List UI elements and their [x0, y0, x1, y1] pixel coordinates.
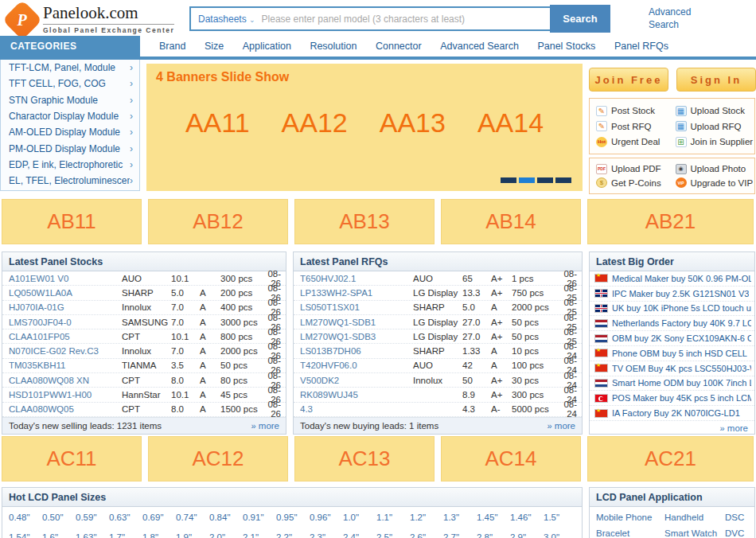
rfq-model-link[interactable]: RK089WUJ45 — [300, 390, 413, 400]
sidebar-category-item[interactable]: TFT-LCM, Panel, Module › — [1, 60, 139, 76]
banner-slot[interactable]: AA14 — [477, 107, 544, 138]
nav-link[interactable]: Panel RFQs — [614, 41, 668, 52]
big-order-link[interactable]: Phone OBM buy 5 inch HSD CELL — [612, 349, 747, 358]
ad-banner[interactable]: AC13 — [294, 436, 435, 481]
size-link[interactable]: 0.91" — [243, 510, 276, 525]
size-link[interactable]: 0.59" — [76, 510, 109, 525]
nav-link[interactable]: Connector — [376, 41, 422, 52]
slideshow-dot[interactable] — [537, 177, 553, 183]
quick-link[interactable]: Upload Stock — [676, 106, 755, 116]
banner-slot[interactable]: AA13 — [380, 107, 446, 138]
search-button[interactable]: Search — [550, 5, 610, 33]
size-link[interactable]: 0.69" — [142, 510, 176, 525]
size-link[interactable]: 1.6" — [42, 530, 76, 538]
sidebar-category-item[interactable]: EDP, E ink, Electrophoretic › — [1, 157, 139, 173]
big-order-link[interactable]: Smart Home ODM buy 100K 7inch LCD — [612, 378, 751, 388]
big-order-link[interactable]: Medical Maker buy 50K 0.96 PM-OLED — [612, 274, 751, 283]
quick-link[interactable]: Post Stock — [596, 106, 676, 116]
big-order-link[interactable]: Netherlands Factory buy 40K 9.7 LCM — [612, 318, 751, 328]
size-link[interactable]: 1.45" — [477, 510, 510, 525]
size-link[interactable]: 2.2" — [276, 530, 310, 538]
stock-model-link[interactable]: LMS700JF04-0 — [9, 318, 122, 327]
stock-model-link[interactable]: CLAA080WQ05 — [9, 404, 122, 414]
application-link[interactable]: Mobile Phone — [596, 510, 664, 526]
stock-model-link[interactable]: HJ070IA-01G — [9, 302, 122, 312]
stock-model-link[interactable]: A101EW01 V0 — [9, 274, 122, 283]
rfq-model-link[interactable]: 4.3 — [300, 404, 413, 414]
size-link[interactable]: 2.9" — [510, 530, 544, 538]
size-link[interactable]: 0.74" — [176, 510, 209, 525]
stock-model-link[interactable]: TM035KBH11 — [9, 361, 122, 370]
size-link[interactable]: 0.95" — [276, 510, 310, 525]
nav-link[interactable]: Advanced Search — [440, 41, 519, 52]
size-link[interactable]: 1.8" — [142, 530, 176, 538]
sidebar-category-item[interactable]: Charactor Display Module › — [1, 108, 139, 124]
application-link[interactable]: Smart Watch — [664, 526, 725, 538]
big-order-link[interactable]: IA Factory Buy 2K N070ICG-LD1 — [612, 408, 740, 418]
ad-banner[interactable]: AB13 — [294, 199, 435, 244]
advanced-search-link[interactable]: Advanced Search — [649, 6, 691, 31]
rfq-model-link[interactable]: T650HVJ02.1 — [300, 274, 413, 283]
size-link[interactable]: 0.63" — [109, 510, 142, 525]
rfq-model-link[interactable]: V500DK2 — [300, 376, 413, 385]
size-link[interactable]: 1.1" — [376, 510, 410, 525]
search-input[interactable] — [262, 14, 550, 25]
quick-link[interactable]: Get P-Coins — [596, 177, 676, 188]
ad-banner[interactable]: AB12 — [148, 199, 288, 244]
search-category-dropdown[interactable]: Datasheets ⌄ — [191, 14, 262, 25]
big-order-link[interactable]: POS Maker buy 45K pcs 5 inch LCM — [612, 393, 751, 403]
quick-link[interactable]: Urgent Deal — [596, 137, 676, 147]
stock-model-link[interactable]: CLAA080WQ08 XN — [9, 376, 122, 385]
size-link[interactable]: 2.7" — [443, 530, 477, 538]
size-link[interactable]: 3.0" — [544, 530, 577, 538]
ad-banner[interactable]: AC12 — [148, 436, 288, 481]
ad-banner[interactable]: AB11 — [2, 199, 142, 244]
logo[interactable]: P Panelook.com Global Panel Exchange Cen… — [6, 3, 174, 34]
quick-link[interactable]: Upload PDF — [596, 164, 676, 174]
sidebar-category-item[interactable]: STN Graphic Module › — [1, 92, 139, 108]
sidebar-category-item[interactable]: EL, TFEL, Electroluminescent › — [1, 173, 139, 189]
size-link[interactable]: 0.96" — [310, 510, 343, 525]
size-link[interactable]: 2.4" — [343, 530, 376, 538]
size-link[interactable]: 2.3" — [310, 530, 343, 538]
stocks-more-link[interactable]: » more — [251, 421, 279, 431]
application-link[interactable]: DSC — [725, 510, 751, 526]
quick-link[interactable]: Upload RFQ — [676, 121, 755, 131]
nav-link[interactable]: Panel Stocks — [537, 41, 595, 52]
quick-link[interactable]: Upload Photo — [676, 164, 755, 174]
banner-slot[interactable]: AA12 — [282, 107, 348, 138]
size-link[interactable]: 2.6" — [410, 530, 443, 538]
nav-link[interactable]: Brand — [159, 41, 185, 52]
size-link[interactable]: 2.0" — [209, 530, 243, 538]
stock-model-link[interactable]: LQ050W1LA0A — [9, 288, 122, 298]
quick-link[interactable]: Join in Supplier — [676, 137, 755, 147]
size-link[interactable]: 2.1" — [243, 530, 276, 538]
size-link[interactable]: 1.3" — [443, 510, 477, 525]
size-link[interactable]: 1.0" — [343, 510, 376, 525]
ad-banner[interactable]: AB21 — [587, 199, 754, 244]
ad-banner[interactable]: AC11 — [2, 436, 142, 481]
categories-menu-button[interactable]: CATEGORIES — [0, 36, 140, 57]
big-order-link[interactable]: IPC Maker buy 2.5K G121SN01 V3 — [612, 289, 749, 298]
size-link[interactable]: 1.54" — [9, 530, 42, 538]
size-link[interactable]: 2.5" — [376, 530, 410, 538]
big-order-link[interactable]: OBM buy 2K Sony ECX109AKN-6 OLED — [612, 333, 751, 343]
stock-model-link[interactable]: HSD101PWW1-H00 — [9, 390, 122, 400]
ad-banner[interactable]: AC14 — [441, 436, 581, 481]
rfq-model-link[interactable]: LP133WH2-SPA1 — [300, 288, 413, 298]
banner-slideshow[interactable]: 4 Banners Slide Show AA11AA12AA13AA14 — [146, 64, 583, 191]
ad-banner[interactable]: AB14 — [441, 199, 581, 244]
big-order-link[interactable]: UK buy 10K iPhone 5s LCD touch unit — [612, 303, 751, 313]
sign-in-button[interactable]: Sign In — [676, 68, 756, 92]
size-link[interactable]: 1.46" — [510, 510, 544, 525]
size-link[interactable]: 1.7" — [109, 530, 142, 538]
rfq-model-link[interactable]: LS013B7DH06 — [300, 346, 413, 356]
big-order-more-link[interactable]: » more — [719, 423, 748, 433]
slideshow-dot[interactable] — [501, 177, 516, 183]
join-free-button[interactable]: Join Free — [589, 68, 668, 92]
stock-model-link[interactable]: N070ICE-G02 Rev.C3 — [9, 346, 122, 356]
size-link[interactable]: 0.84" — [209, 510, 243, 525]
application-link[interactable]: Handheld — [664, 510, 725, 526]
sidebar-category-item[interactable]: TFT CELL, FOG, COG › — [1, 76, 139, 92]
sidebar-category-item[interactable]: AM-OLED Display Module › — [1, 124, 139, 140]
